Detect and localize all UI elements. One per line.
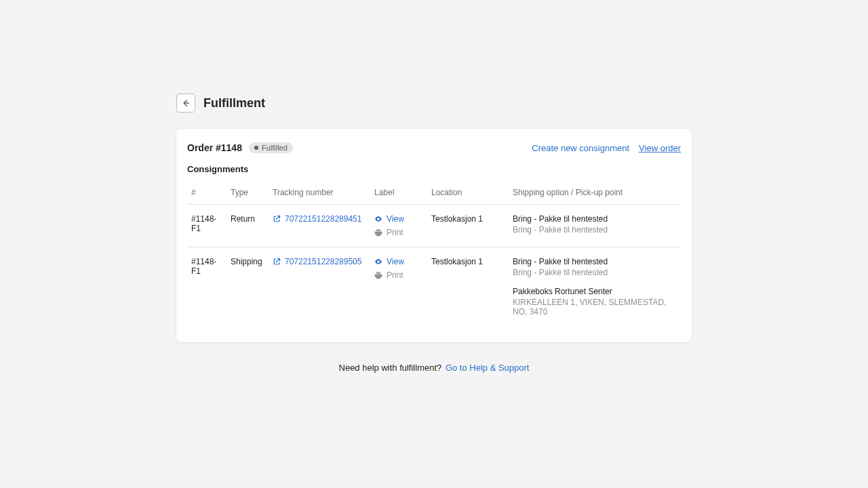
page-header: Fulfillment: [176, 94, 692, 113]
order-title: Order #1148: [187, 142, 242, 153]
view-label-text: View: [387, 257, 404, 266]
external-link-icon: [273, 215, 281, 223]
col-header-shipping: Shipping option / Pick-up point: [509, 182, 681, 205]
view-order-link[interactable]: View order: [639, 143, 681, 153]
print-label-button: Print: [374, 228, 423, 237]
status-badge-text: Fulfilled: [262, 144, 288, 152]
shipping-sub: Bring - Pakke til hentested: [513, 268, 677, 277]
consignments-table: # Type Tracking number Label Location Sh…: [187, 182, 681, 326]
page-title: Fulfillment: [203, 96, 265, 110]
arrow-left-icon: [181, 98, 191, 108]
tracking-number: 70722151228289505: [285, 257, 361, 266]
create-consignment-link[interactable]: Create new consignment: [532, 143, 629, 153]
shipping-main: Bring - Pakke til hentested: [513, 214, 677, 224]
row-id: #1148-F1: [187, 247, 226, 327]
eye-icon: [374, 215, 382, 223]
print-label-button: Print: [374, 270, 423, 280]
shipping-sub: Bring - Pakke til hentested: [513, 225, 677, 235]
eye-icon: [374, 258, 382, 266]
col-header-label: Label: [370, 182, 427, 205]
status-badge: Fulfilled: [249, 142, 293, 153]
col-header-type: Type: [226, 182, 269, 205]
printer-icon: [374, 228, 382, 237]
help-text: Need help with fulfillment?: [339, 363, 442, 373]
table-row: #1148-F1 Shipping 70722151228289505: [187, 247, 681, 327]
row-id: #1148-F1: [187, 205, 226, 247]
row-location: Testlokasjon 1: [427, 205, 509, 247]
print-label-text: Print: [387, 270, 403, 280]
col-header-tracking: Tracking number: [269, 182, 370, 205]
view-label-button[interactable]: View: [374, 214, 423, 224]
fulfillment-card: Order #1148 Fulfilled Create new consign…: [176, 129, 692, 342]
print-label-text: Print: [387, 228, 403, 237]
table-row: #1148-F1 Return 70722151228289451: [187, 205, 681, 247]
pickup-name: Pakkeboks Rortunet Senter: [513, 287, 677, 296]
row-type: Return: [226, 205, 269, 247]
card-header: Order #1148 Fulfilled Create new consign…: [187, 142, 681, 153]
tracking-number: 70722151228289451: [285, 214, 361, 224]
printer-icon: [374, 271, 382, 279]
view-label-text: View: [387, 214, 404, 224]
help-support-link[interactable]: Go to Help & Support: [446, 363, 530, 373]
external-link-icon: [273, 258, 281, 266]
back-button[interactable]: [176, 94, 195, 113]
status-dot-icon: [254, 146, 258, 150]
pickup-address: KIRKEALLEEN 1, VIKEN, SLEMMESTAD, NO, 34…: [513, 298, 677, 317]
section-heading: Consignments: [187, 164, 681, 174]
row-type: Shipping: [226, 247, 269, 327]
help-row: Need help with fulfillment? Go to Help &…: [176, 363, 692, 373]
shipping-main: Bring - Pakke til hentested: [513, 257, 677, 266]
view-label-button[interactable]: View: [374, 257, 423, 266]
tracking-link[interactable]: 70722151228289505: [273, 257, 361, 266]
row-location: Testlokasjon 1: [427, 247, 509, 327]
col-header-num: #: [187, 182, 226, 205]
tracking-link[interactable]: 70722151228289451: [273, 214, 361, 224]
col-header-location: Location: [427, 182, 509, 205]
